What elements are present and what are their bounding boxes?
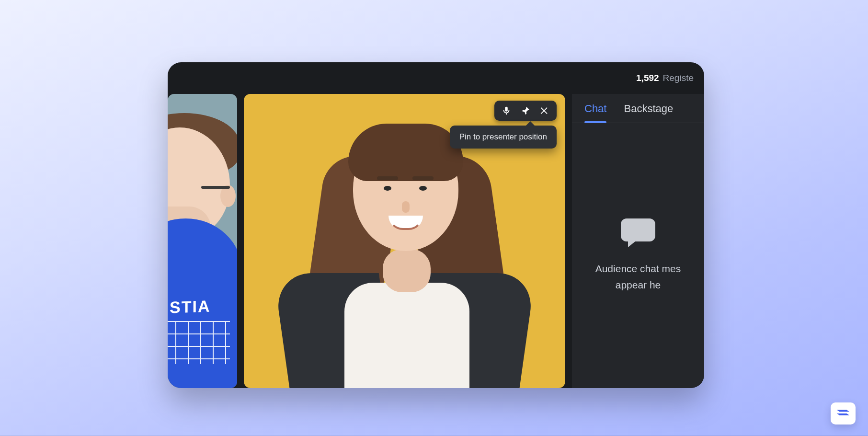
registered-label: Registe <box>663 73 694 83</box>
microphone-icon[interactable] <box>500 104 513 117</box>
tab-chat[interactable]: Chat <box>584 103 606 123</box>
pin-icon[interactable] <box>519 104 532 117</box>
side-panel: Chat Backstage Audience chat mes appear … <box>572 94 704 388</box>
app-window: 1,592 Registe STIA <box>168 62 704 388</box>
participant-video-placeholder: STIA <box>168 94 237 388</box>
tooltip-text: Pin to presenter position <box>459 132 547 141</box>
participant-tile-secondary[interactable]: STIA <box>168 94 237 388</box>
side-panel-tabs: Chat Backstage <box>572 94 704 123</box>
tab-backstage[interactable]: Backstage <box>624 103 673 123</box>
close-icon[interactable] <box>538 104 551 117</box>
registered-count: 1,592 <box>636 73 659 83</box>
shirt-text: STIA <box>170 297 210 317</box>
participant-tile-main[interactable]: Pin to presenter position <box>244 94 565 388</box>
pin-tooltip: Pin to presenter position <box>450 126 557 149</box>
video-grid: STIA <box>168 94 565 388</box>
brand-badge[interactable] <box>831 402 856 425</box>
chat-empty-line2: appear he <box>616 277 661 293</box>
chat-empty-state: Audience chat mes appear he <box>572 123 704 388</box>
tile-controls <box>494 101 557 121</box>
chat-bubble-icon <box>621 218 655 247</box>
top-bar: 1,592 Registe <box>168 62 704 94</box>
chat-empty-line1: Audience chat mes <box>595 261 681 277</box>
